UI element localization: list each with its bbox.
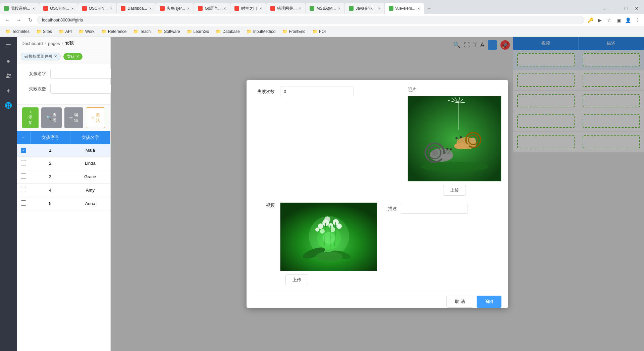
tab-4[interactable]: Dashboa... ✕	[117, 3, 156, 14]
tab-7[interactable]: 时空之门 ✕	[230, 3, 266, 14]
svg-point-31	[318, 223, 323, 229]
add-button[interactable]: + 添加	[22, 107, 39, 128]
star-icon: ☆	[91, 115, 95, 120]
new-tab-button[interactable]: +	[424, 4, 434, 13]
tab-11-close[interactable]: ✕	[417, 7, 420, 10]
tab-11[interactable]: vue-elem... ✕	[385, 3, 424, 14]
tab-10[interactable]: Java企业... ✕	[345, 3, 384, 14]
checkbox-input[interactable]	[21, 173, 26, 179]
checkbox-input[interactable]	[21, 187, 26, 192]
url-input[interactable]: localhost:8000/#/girls	[37, 16, 584, 24]
svg-point-26	[450, 148, 452, 150]
bookmark-sites[interactable]: 📁 Sites	[34, 28, 55, 35]
name-input[interactable]	[50, 69, 114, 79]
tab-3[interactable]: OSCHIN... ✕	[78, 3, 117, 14]
menu-icon[interactable]: ⋮	[633, 16, 641, 24]
bookmark-api[interactable]: 📁 API	[56, 28, 74, 35]
snail-photo	[408, 96, 501, 182]
row-checkbox[interactable]	[17, 183, 30, 197]
tab-8-close[interactable]: ✕	[299, 7, 301, 10]
row-checkbox[interactable]	[17, 170, 30, 183]
video-upload-button[interactable]: 上传	[285, 274, 308, 285]
active-tag[interactable]: 女孩 ✕	[63, 53, 83, 60]
tab-6-close[interactable]: ✕	[223, 7, 226, 10]
tab-8[interactable]: 错误网关... ✕	[266, 3, 305, 14]
tab-9-favicon	[310, 6, 314, 11]
star-icon[interactable]: ☆	[605, 16, 613, 24]
sidebar-globe-icon[interactable]: 🌐	[2, 99, 15, 112]
breadcrumb: Dashboard / pages / 女孩	[17, 37, 110, 50]
activate-button[interactable]: ☆ 激活	[86, 107, 105, 128]
checkbox-input[interactable]	[21, 160, 26, 165]
svg-point-28	[421, 162, 488, 172]
bookmark-work[interactable]: 📁 Work	[76, 28, 97, 35]
bookmark-poi[interactable]: 📁 POI	[310, 28, 329, 35]
sidebar: ☰ ● ♦ 🌐	[0, 37, 17, 351]
row-checkbox[interactable]: ✓	[17, 144, 30, 156]
row-checkbox[interactable]	[17, 156, 30, 170]
cast-icon[interactable]: ▶	[596, 16, 604, 24]
tab-6[interactable]: Go语言... ✕	[194, 3, 230, 14]
active-tag-close[interactable]: ✕	[76, 54, 79, 59]
view-button[interactable]: 🔍 查看	[41, 107, 62, 128]
cancel-button[interactable]: 取 消	[446, 296, 473, 308]
tab-1[interactable]: 我投递的... ✕	[0, 3, 39, 14]
tab-list-button[interactable]: ⌵	[600, 4, 609, 13]
fail-input[interactable]	[50, 84, 114, 94]
sidebar-users-icon[interactable]	[2, 69, 15, 83]
filter-tag[interactable]: 链接权限组件可 ✕	[21, 53, 61, 60]
tab-7-close[interactable]: ✕	[259, 7, 262, 10]
bookmark-database-label: Database	[222, 29, 239, 34]
profile-icon[interactable]: 👤	[624, 16, 632, 24]
tab-11-favicon	[389, 6, 393, 11]
row-checkbox[interactable]	[17, 197, 30, 210]
video-upload-area: 上传	[285, 274, 308, 285]
filter-tag-close[interactable]: ✕	[54, 54, 57, 59]
maximize-button[interactable]: □	[621, 4, 631, 13]
modal-fail-input[interactable]	[280, 87, 354, 96]
bookmark-teach[interactable]: 📁 Teach	[130, 28, 153, 35]
tab-5[interactable]: 火鸟 (jer... ✕	[156, 3, 194, 14]
flower-svg	[280, 203, 377, 271]
sidebar-dot-icon[interactable]: ●	[2, 54, 15, 68]
tab-1-close[interactable]: ✕	[32, 7, 35, 10]
tab-9-close[interactable]: ✕	[338, 7, 340, 10]
checkbox-input[interactable]	[21, 200, 26, 206]
folder-icon: 📁	[247, 29, 252, 34]
tab-10-close[interactable]: ✕	[378, 7, 380, 10]
girls-table: － 女孩序号 女孩名字 ✓ 1 Mala 2 Linda	[17, 131, 110, 210]
bookmark-reference[interactable]: 📁 Reference	[99, 28, 129, 35]
photo-label: 照片	[408, 87, 416, 93]
sidebar-panel-icon[interactable]: ▣	[614, 16, 623, 24]
folder-icon: 📁	[187, 29, 192, 34]
bookmark-database[interactable]: 📁 Database	[213, 28, 242, 35]
close-button[interactable]: ✕	[632, 4, 641, 13]
bookmark-teach-label: Teach	[140, 29, 151, 34]
sidebar-diamond-icon[interactable]: ♦	[2, 84, 15, 97]
bookmark-software[interactable]: 📁 Software	[155, 28, 182, 35]
back-button[interactable]: ←	[3, 15, 12, 25]
bookmarks-bar: 📁 TechSites 📁 Sites 📁 API 📁 Work 📁 Refer…	[0, 26, 644, 37]
bookmark-techsites[interactable]: 📁 TechSites	[3, 28, 32, 35]
tab-5-close[interactable]: ✕	[187, 7, 190, 10]
tab-2[interactable]: OSCHIN... ✕	[39, 3, 78, 14]
forward-button[interactable]: →	[14, 15, 23, 25]
bookmark-inputmethod[interactable]: 📁 InputMethod	[244, 28, 278, 35]
edit-confirm-button[interactable]: 编辑	[477, 296, 501, 308]
tab-3-close[interactable]: ✕	[110, 7, 112, 10]
refresh-button[interactable]: ↻	[25, 15, 35, 25]
key-icon[interactable]: 🔑	[586, 16, 594, 24]
svg-point-39	[324, 216, 330, 222]
modal-footer: 取 消 编辑	[253, 292, 501, 308]
describe-input[interactable]	[401, 204, 468, 214]
sidebar-menu-icon[interactable]: ☰	[2, 40, 15, 53]
minimize-button[interactable]: ―	[610, 4, 620, 13]
bookmark-frontend[interactable]: 📁 FrontEnd	[279, 28, 308, 35]
photo-upload-button[interactable]: 上传	[443, 185, 466, 196]
tab-4-close[interactable]: ✕	[149, 7, 152, 10]
edit-button[interactable]: ✏ 编辑	[64, 107, 83, 128]
tag-row: 链接权限组件可 ✕ 女孩 ✕	[17, 50, 110, 63]
tab-2-close[interactable]: ✕	[71, 7, 74, 10]
bookmark-learngo[interactable]: 📁 LearnGo	[184, 28, 212, 35]
tab-9[interactable]: MS&A(M... ✕	[306, 3, 344, 14]
